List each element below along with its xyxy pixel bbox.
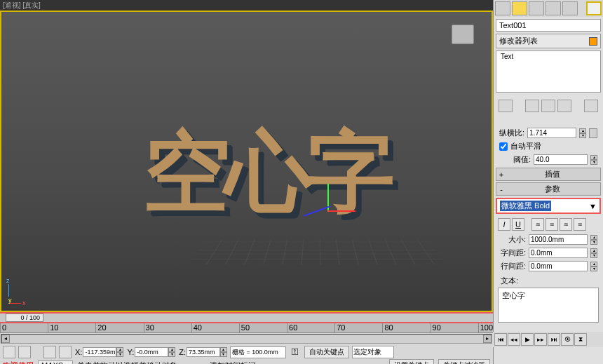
text3d-object[interactable]: 空心字 bbox=[110, 103, 422, 243]
tick: 60 bbox=[287, 323, 334, 332]
rollout-interp[interactable]: +插值 bbox=[496, 168, 601, 181]
hierarchy-tab-icon[interactable] bbox=[529, 1, 544, 15]
chevron-down-icon[interactable]: ▼ bbox=[589, 202, 597, 210]
maxscript-listener[interactable]: MAXScr bbox=[38, 360, 73, 364]
rollout-params[interactable]: -参数 bbox=[496, 182, 601, 196]
format-toolbar: I U ≡ ≡ ≡ ≡ bbox=[494, 216, 603, 233]
leading-input[interactable]: 0.0mm bbox=[529, 261, 588, 271]
threshold-input[interactable]: 40.0 bbox=[534, 154, 588, 165]
modifier-list-dropdown[interactable]: 修改器列表 bbox=[496, 34, 601, 48]
x-spinner[interactable]: ▴▾ bbox=[116, 347, 123, 357]
tick: 20 bbox=[95, 323, 143, 332]
transform-gizmo[interactable] bbox=[303, 180, 359, 236]
modifier-stack[interactable]: Text bbox=[496, 50, 601, 93]
create-tab-icon[interactable] bbox=[495, 1, 510, 15]
coord-z-input[interactable]: 73.35mm bbox=[187, 347, 220, 357]
show-end-result-icon[interactable] bbox=[525, 100, 539, 112]
viewcube-icon[interactable] bbox=[452, 25, 474, 44]
dropdown-arrow-icon[interactable] bbox=[589, 37, 597, 46]
coord-y-field: Y:-0.0mm▴▾ bbox=[126, 347, 175, 357]
axis-tripod: z x y bbox=[8, 283, 29, 304]
configure-sets-icon[interactable] bbox=[584, 100, 598, 112]
text-input[interactable]: 空心字 bbox=[498, 288, 599, 323]
absolute-mode-icon[interactable] bbox=[18, 346, 31, 358]
coord-z-field: Z:73.35mm▴▾ bbox=[178, 347, 227, 357]
make-unique-icon[interactable] bbox=[541, 100, 555, 112]
time-slider[interactable]: 0 / 100 bbox=[0, 312, 493, 323]
key-filters-dropdown[interactable]: 选定对象 bbox=[352, 346, 394, 358]
aspect-spinner[interactable]: ▴▾ bbox=[579, 128, 586, 138]
scroll-right-icon[interactable]: ▸ bbox=[483, 335, 492, 343]
gizmo-x-axis[interactable] bbox=[327, 210, 355, 212]
aspect-lock-icon[interactable] bbox=[589, 128, 597, 138]
italic-button[interactable]: I bbox=[498, 218, 510, 231]
time-slider-handle[interactable]: 0 / 100 bbox=[6, 314, 43, 322]
tick: 30 bbox=[144, 323, 191, 332]
timeline-area: 0 / 100 0 10 20 30 40 50 60 70 80 90 100… bbox=[0, 312, 493, 364]
pin-stack-icon[interactable] bbox=[499, 100, 513, 112]
coord-x-input[interactable]: -117.359m bbox=[83, 347, 116, 357]
tick: 70 bbox=[334, 323, 382, 332]
coord-y-input[interactable]: -0.0mm bbox=[135, 347, 168, 357]
utilities-tab-icon[interactable] bbox=[586, 1, 602, 15]
align-right-button[interactable]: ≡ bbox=[560, 218, 572, 231]
key-filter-button[interactable]: 关键点过滤器 bbox=[438, 359, 490, 364]
key-mode-icon[interactable]: ⦿ bbox=[561, 333, 574, 346]
play-icon[interactable]: ▶ bbox=[521, 333, 534, 346]
isolate-icon[interactable] bbox=[43, 346, 56, 358]
stack-item-text[interactable]: Text bbox=[496, 51, 600, 62]
font-dropdown[interactable]: 微软雅黑 Bold ▼ bbox=[496, 198, 601, 214]
tick: 0 bbox=[0, 323, 48, 332]
aspect-label: 纵横比: bbox=[499, 128, 524, 138]
display-tab-icon[interactable] bbox=[562, 1, 578, 15]
motion-tab-icon[interactable] bbox=[546, 1, 561, 15]
goto-start-icon[interactable]: ⏮ bbox=[494, 333, 507, 346]
time-config-icon[interactable]: ⧗ bbox=[574, 333, 587, 346]
underline-button[interactable]: U bbox=[512, 218, 524, 231]
autosmooth-checkbox[interactable] bbox=[499, 142, 508, 151]
next-frame-icon[interactable]: ▸▸ bbox=[534, 333, 547, 346]
gizmo-z-axis[interactable] bbox=[304, 205, 330, 217]
key-icon[interactable]: ⚿ bbox=[289, 346, 302, 358]
set-key-button[interactable]: 设置关键点 bbox=[389, 359, 434, 364]
object-name-field[interactable]: Text001 bbox=[496, 19, 601, 32]
leading-spinner[interactable]: ▴▾ bbox=[590, 262, 597, 271]
size-row: 大小: 1000.0mm ▴▾ bbox=[494, 233, 603, 246]
leading-label: 行间距: bbox=[499, 261, 526, 271]
time-ruler[interactable]: 0 10 20 30 40 50 60 70 80 90 100 bbox=[0, 323, 493, 333]
align-center-button[interactable]: ≡ bbox=[546, 218, 558, 231]
lock-selection-icon[interactable] bbox=[3, 346, 15, 358]
align-justify-button[interactable]: ≡ bbox=[574, 218, 586, 231]
z-spinner[interactable]: ▴▾ bbox=[220, 347, 227, 357]
size-input[interactable]: 1000.0mm bbox=[529, 234, 588, 245]
size-spinner[interactable]: ▴▾ bbox=[590, 235, 597, 245]
text-label: 文本: bbox=[494, 273, 603, 286]
kerning-input[interactable]: 0.0mm bbox=[529, 248, 588, 258]
panel-tabs bbox=[494, 0, 603, 17]
auto-key-button[interactable]: 自动关键点 bbox=[304, 346, 349, 358]
tick: 90 bbox=[431, 323, 478, 332]
y-spinner[interactable]: ▴▾ bbox=[168, 347, 175, 357]
time-tag-label[interactable]: 添加时间标记 bbox=[210, 360, 256, 365]
tick: 10 bbox=[48, 323, 95, 332]
scroll-left-icon[interactable]: ◂ bbox=[1, 335, 10, 343]
grid-display: 栅格 = 100.0mm bbox=[230, 346, 286, 358]
align-left-button[interactable]: ≡ bbox=[531, 218, 544, 231]
modify-tab-icon[interactable] bbox=[512, 1, 527, 15]
viewport[interactable]: 空心字 z x y bbox=[0, 11, 493, 312]
viewport-title: [遮视] [真实] bbox=[0, 0, 493, 11]
threshold-label: 阈值: bbox=[513, 154, 531, 165]
remove-modifier-icon[interactable] bbox=[557, 100, 571, 112]
timeline-scrollbar[interactable]: ◂ ▸ bbox=[1, 334, 492, 344]
threshold-spinner[interactable]: ▴▾ bbox=[590, 155, 597, 165]
goto-end-icon[interactable]: ⏭ bbox=[548, 333, 560, 346]
playback-controls: ⏮ ◂◂ ▶ ▸▸ ⏭ ⦿ ⧗ bbox=[493, 332, 603, 347]
prompt-text: 单击并拖动以选择并移动对象 bbox=[77, 360, 177, 365]
status-bar: 欢迎使用 MAXScr 单击并拖动以选择并移动对象 添加时间标记 设置关键点 关… bbox=[0, 360, 493, 364]
autosmooth-row: 自动平滑 bbox=[494, 140, 603, 153]
kerning-spinner[interactable]: ▴▾ bbox=[590, 248, 597, 258]
prev-frame-icon[interactable]: ◂◂ bbox=[508, 333, 520, 346]
coordinate-bar: X:-117.359m▴▾ Y:-0.0mm▴▾ Z:73.35mm▴▾ 栅格 … bbox=[0, 344, 493, 360]
aspect-input[interactable]: 1.714 bbox=[527, 128, 576, 138]
selection-lock-icon[interactable] bbox=[59, 346, 72, 358]
